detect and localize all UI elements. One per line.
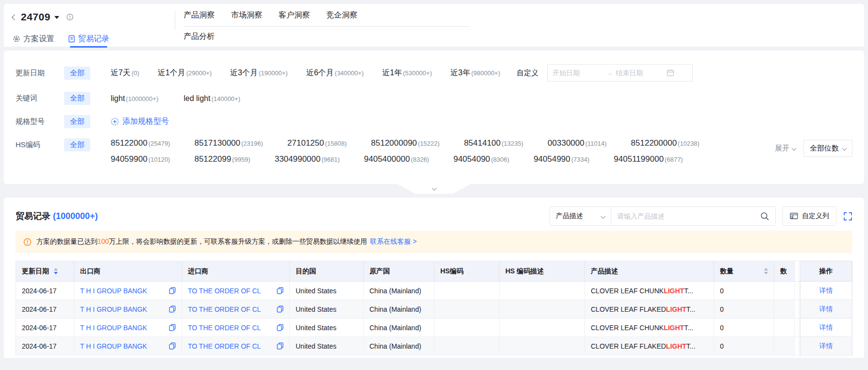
cell-hs-code [434, 300, 500, 319]
hs-code-option[interactable]: 94054090(8306) [453, 154, 509, 164]
fullscreen-icon[interactable] [843, 212, 852, 221]
column-header-quantity[interactable]: 数量 [714, 261, 774, 282]
column-header-action: 操作 [801, 261, 852, 282]
tab-product-insight[interactable]: 产品洞察 [184, 10, 215, 20]
cell-update-date: 2024-06-17 [16, 337, 74, 355]
copy-icon[interactable] [169, 324, 176, 331]
copy-icon[interactable] [277, 287, 284, 294]
hs-code-option[interactable]: 9405400000(8326) [364, 154, 429, 164]
detail-link[interactable]: 详情 [819, 342, 833, 351]
digits-select[interactable]: 全部位数 [803, 140, 852, 157]
tab-customer-insight[interactable]: 客户洞察 [279, 10, 310, 20]
hs-code-option[interactable]: 85414100(13235) [464, 138, 523, 148]
tab-trade-records[interactable]: 贸易记录 [68, 30, 109, 48]
back-icon[interactable] [13, 15, 17, 19]
table-row: 2024-06-17 T H I GROUP BANGK TO THE ORDE… [16, 300, 852, 319]
search-type-select[interactable]: 产品描述 [550, 207, 611, 225]
importer-link[interactable]: TO THE ORDER OF CL [188, 324, 261, 332]
copy-icon[interactable] [169, 287, 176, 294]
start-date-input[interactable] [552, 69, 603, 77]
scrollbar-track[interactable] [795, 261, 801, 282]
hs-code-option[interactable]: 27101250(15808) [287, 138, 347, 148]
cell-importer: TO THE ORDER OF CL [182, 300, 290, 319]
tab-plan-settings[interactable]: 方案设置 [13, 30, 54, 48]
plan-id[interactable]: 24709 [21, 11, 50, 23]
copy-icon[interactable] [169, 342, 176, 350]
cell-update-date: 2024-06-17 [16, 300, 74, 319]
hs-code-option[interactable]: 94051199000(6877) [614, 154, 683, 164]
hs-code-option[interactable]: 94059900(10120) [111, 154, 170, 164]
exporter-link[interactable]: T H I GROUP BANGK [80, 324, 147, 332]
detail-link[interactable]: 详情 [819, 305, 833, 314]
contact-support-link[interactable]: 联系在线客服 > [370, 237, 417, 245]
importer-link[interactable]: TO THE ORDER OF CL [188, 305, 261, 313]
info-icon[interactable] [66, 13, 74, 21]
cell-product-desc: CLOVER LEAF CHUNK LIGHT T... [585, 319, 714, 337]
hs-code-option[interactable]: 85122000(25479) [111, 138, 170, 148]
date-filter-option[interactable]: 近1个月(29000+) [158, 68, 212, 78]
hs-code-option[interactable]: 85122099(9959) [194, 154, 250, 164]
importer-link[interactable]: TO THE ORDER OF CL [188, 342, 261, 350]
column-header-update-date[interactable]: 更新日期 [16, 261, 74, 282]
calendar-icon[interactable] [667, 69, 674, 77]
filter-all-chip[interactable]: 全部 [64, 138, 90, 151]
cell-update-date: 2024-06-17 [16, 319, 74, 337]
cell-hs-code [434, 282, 500, 300]
cell-truncated [774, 282, 795, 300]
product-desc-search-input[interactable] [611, 212, 754, 220]
tab-competitor-insight[interactable]: 竞企洞察 [326, 10, 357, 20]
hs-code-option[interactable]: 8517130000(23196) [194, 138, 263, 148]
records-count: (1000000+) [53, 211, 98, 221]
filter-all-chip[interactable]: 全部 [64, 67, 90, 80]
column-header-hs-desc: HS 编码描述 [500, 261, 585, 282]
date-filter-option[interactable]: 近6个月(340000+) [306, 68, 364, 78]
copy-icon[interactable] [277, 342, 284, 350]
digits-select-value: 全部位数 [810, 144, 839, 153]
hs-code-option[interactable]: 8512200000(10238) [631, 138, 700, 148]
cell-product-desc: CLOVER LEAF FLAKED LIGHT T... [585, 300, 714, 319]
copy-icon[interactable] [277, 324, 284, 331]
detail-link[interactable]: 详情 [819, 323, 833, 332]
cell-hs-desc [500, 282, 585, 300]
sort-icons[interactable] [764, 268, 768, 274]
hs-code-option[interactable]: 94054990(7334) [534, 154, 589, 164]
hs-code-option[interactable]: 8512000090(15222) [371, 138, 439, 148]
date-filter-option[interactable]: 近3个月(190000+) [230, 68, 288, 78]
tab-market-insight[interactable]: 市场洞察 [231, 10, 262, 20]
detail-link[interactable]: 详情 [819, 286, 833, 295]
tab-product-analysis[interactable]: 产品分析 [184, 32, 215, 42]
column-header-product-desc: 产品描述 [585, 261, 714, 282]
custom-date-option[interactable]: 自定义 [517, 68, 538, 78]
date-filter-option[interactable]: 近7天(0) [111, 68, 139, 78]
keyword-filter-option[interactable]: led light(140000+) [184, 94, 240, 103]
date-range-input[interactable]: → [547, 64, 693, 82]
scrollbar-track[interactable] [795, 282, 801, 300]
sort-icons[interactable] [54, 268, 58, 274]
search-icon[interactable] [754, 212, 775, 221]
exporter-link[interactable]: T H I GROUP BANGK [80, 305, 147, 313]
scrollbar-track[interactable] [795, 319, 801, 337]
exporter-link[interactable]: T H I GROUP BANGK [80, 287, 147, 295]
filter-all-chip[interactable]: 全部 [64, 115, 90, 128]
date-filter-option[interactable]: 近1年(530000+) [382, 68, 432, 78]
copy-icon[interactable] [169, 305, 176, 313]
filter-all-chip[interactable]: 全部 [64, 92, 90, 105]
end-date-input[interactable] [616, 69, 667, 77]
plan-dropdown-caret-icon[interactable] [54, 16, 59, 19]
expand-toggle[interactable]: 展开 [775, 144, 796, 153]
hs-code-option[interactable]: 00330000(11014) [548, 138, 606, 148]
collapse-filters-tab[interactable] [398, 184, 470, 194]
expand-label: 展开 [775, 144, 789, 153]
copy-icon[interactable] [277, 305, 284, 313]
exporter-link[interactable]: T H I GROUP BANGK [80, 342, 147, 350]
importer-link[interactable]: TO THE ORDER OF CL [188, 287, 261, 295]
add-spec-button[interactable]: 添加规格型号 [111, 117, 169, 127]
main-nav: 产品洞察 市场洞察 客户洞察 竞企洞察 [184, 4, 864, 26]
keyword-filter-option[interactable]: light(1000000+) [111, 94, 158, 103]
header-divider [175, 11, 175, 30]
customize-columns-button[interactable]: 自定义列 [783, 206, 836, 226]
scrollbar-track[interactable] [795, 337, 801, 355]
hs-code-option[interactable]: 3304990000(9681) [275, 154, 340, 164]
date-filter-option[interactable]: 近3年(980000+) [451, 68, 501, 78]
scrollbar-track[interactable] [795, 300, 801, 319]
